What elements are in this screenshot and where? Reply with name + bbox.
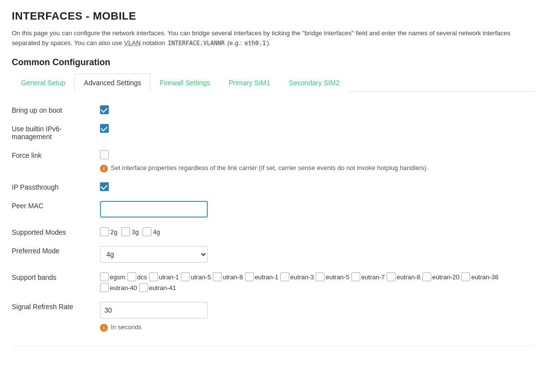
bring-up-on-boot-checkbox[interactable]	[100, 105, 109, 114]
peer-mac-row: Peer MAC	[12, 196, 534, 222]
preferred-mode-control: 4g 3g 2g auto	[100, 246, 534, 263]
ip-passthrough-checkbox[interactable]	[100, 182, 109, 191]
page-description: On this page you can configure the netwo…	[12, 28, 531, 48]
ip-passthrough-row: IP Passthrough	[12, 177, 534, 196]
tab-primary-sim1[interactable]: Primary SIM1	[220, 74, 280, 92]
bring-up-on-boot-control	[100, 105, 534, 114]
signal-refresh-rate-control: i In seconds	[100, 302, 534, 332]
band-eutran40-label: eutran-40	[110, 284, 137, 292]
ipv6-management-row: Use builtin IPv6-management	[12, 119, 534, 146]
peer-mac-label: Peer MAC	[12, 201, 100, 210]
band-dcs-item: dcs	[127, 272, 147, 281]
page-title: INTERFACES - MOBILE	[12, 10, 534, 23]
signal-refresh-rate-hint-row: i In seconds	[100, 321, 208, 332]
tab-secondary-sim2[interactable]: Secondary SIM2	[280, 74, 349, 92]
band-utran1-checkbox[interactable]	[149, 272, 158, 281]
signal-refresh-rate-row: Signal Refresh Rate i In seconds	[12, 297, 534, 337]
support-bands-label: Support bands	[12, 272, 100, 281]
supported-modes-row: Supported Modes 2g 3g 4g	[12, 222, 534, 241]
band-eutran3-checkbox[interactable]	[280, 272, 289, 281]
supported-modes-label: Supported Modes	[12, 227, 100, 236]
band-eutran8-label: eutran-8	[397, 273, 420, 281]
band-eutran5-checkbox[interactable]	[316, 272, 324, 281]
band-eutran38-checkbox[interactable]	[461, 272, 470, 281]
band-utran5-item: utran-5	[181, 272, 211, 281]
band-dcs-checkbox[interactable]	[127, 272, 136, 281]
band-eutran3-item: eutran-3	[280, 272, 314, 281]
band-eutran8-item: eutran-8	[387, 272, 420, 281]
band-utran5-checkbox[interactable]	[181, 272, 190, 281]
band-eutran20-item: eutran-20	[422, 272, 460, 281]
band-eutran8-checkbox[interactable]	[387, 272, 396, 281]
supported-modes-3g-checkbox[interactable]	[121, 227, 130, 236]
preferred-mode-row: Preferred Mode 4g 3g 2g auto	[12, 241, 534, 268]
supported-modes-3g-item: 3g	[121, 227, 138, 236]
band-utran8-label: utran-8	[223, 273, 243, 281]
advanced-settings-form: Bring up on boot Use builtin IPv6-manage…	[12, 92, 534, 346]
force-link-row: Force link i Set interface properties re…	[12, 146, 534, 177]
supported-modes-3g-label: 3g	[131, 228, 138, 236]
band-eutran40-item: eutran-40	[100, 283, 137, 292]
band-eutran40-checkbox[interactable]	[100, 283, 109, 292]
peer-mac-control	[100, 201, 534, 218]
signal-refresh-rate-label: Signal Refresh Rate	[12, 302, 100, 311]
signal-refresh-rate-info-icon: i	[100, 324, 108, 332]
tab-advanced-settings[interactable]: Advanced Settings	[74, 74, 150, 92]
band-egsm-label: egsm	[110, 273, 125, 281]
supported-modes-4g-checkbox[interactable]	[143, 227, 151, 236]
band-egsm-checkbox[interactable]	[100, 272, 109, 281]
supported-modes-2g-label: 2g	[110, 228, 117, 236]
band-utran8-checkbox[interactable]	[213, 272, 222, 281]
band-eutran41-checkbox[interactable]	[139, 283, 148, 292]
band-egsm-item: egsm	[100, 272, 125, 281]
band-eutran7-item: eutran-7	[351, 272, 385, 281]
tab-bar: General Setup Advanced Settings Firewall…	[12, 74, 534, 92]
band-utran1-label: utran-1	[159, 273, 179, 281]
peer-mac-input[interactable]	[100, 201, 208, 218]
band-eutran41-label: eutran-41	[149, 284, 176, 292]
ip-passthrough-control	[100, 182, 534, 191]
band-utran5-label: utran-5	[191, 273, 211, 281]
preferred-mode-select[interactable]: 4g 3g 2g auto	[100, 246, 208, 263]
band-utran1-item: utran-1	[149, 272, 179, 281]
section-title: Common Configuration	[12, 57, 534, 68]
band-eutran41-item: eutran-41	[139, 283, 176, 292]
supported-modes-checkboxes: 2g 3g 4g	[100, 227, 162, 236]
force-link-control: i Set interface properties regardless of…	[100, 150, 534, 172]
force-link-checkbox[interactable]	[100, 150, 109, 159]
band-eutran3-label: eutran-3	[290, 273, 314, 281]
band-eutran20-label: eutran-20	[432, 273, 460, 281]
signal-refresh-rate-hint-text: In seconds	[111, 323, 142, 331]
supported-modes-2g-checkbox[interactable]	[100, 227, 109, 236]
tab-general-setup[interactable]: General Setup	[12, 74, 74, 92]
band-eutran20-checkbox[interactable]	[422, 272, 431, 281]
supported-modes-4g-item: 4g	[143, 227, 160, 236]
ipv6-management-checkbox[interactable]	[100, 124, 109, 133]
band-eutran7-label: eutran-7	[361, 273, 385, 281]
band-eutran7-checkbox[interactable]	[351, 272, 360, 281]
supported-modes-control: 2g 3g 4g	[100, 227, 534, 236]
ipv6-management-label: Use builtin IPv6-management	[12, 124, 100, 141]
force-link-info-icon: i	[100, 165, 108, 172]
force-link-hint-row: i Set interface properties regardless of…	[100, 162, 428, 172]
force-link-label: Force link	[12, 150, 100, 159]
preferred-mode-label: Preferred Mode	[12, 246, 100, 255]
supported-modes-4g-label: 4g	[153, 228, 160, 236]
signal-refresh-rate-input[interactable]	[100, 302, 208, 318]
ipv6-management-control	[100, 124, 534, 133]
band-eutran38-label: eutran-38	[471, 273, 498, 281]
band-eutran1-label: eutran-1	[255, 273, 278, 281]
support-bands-row: Support bands egsm dcs utran-1 utran-5	[12, 268, 534, 297]
band-eutran1-item: eutran-1	[245, 272, 278, 281]
band-eutran38-item: eutran-38	[461, 272, 498, 281]
bring-up-on-boot-row: Bring up on boot	[12, 100, 534, 119]
support-bands-control: egsm dcs utran-1 utran-5 utran-8	[100, 272, 534, 292]
band-eutran5-item: eutran-5	[316, 272, 349, 281]
band-eutran5-label: eutran-5	[325, 273, 349, 281]
band-dcs-label: dcs	[137, 273, 147, 281]
bring-up-on-boot-label: Bring up on boot	[12, 105, 100, 114]
tab-firewall-settings[interactable]: Firewall Settings	[150, 74, 220, 92]
band-eutran1-checkbox[interactable]	[245, 272, 254, 281]
band-utran8-item: utran-8	[213, 272, 243, 281]
supported-modes-2g-item: 2g	[100, 227, 117, 236]
